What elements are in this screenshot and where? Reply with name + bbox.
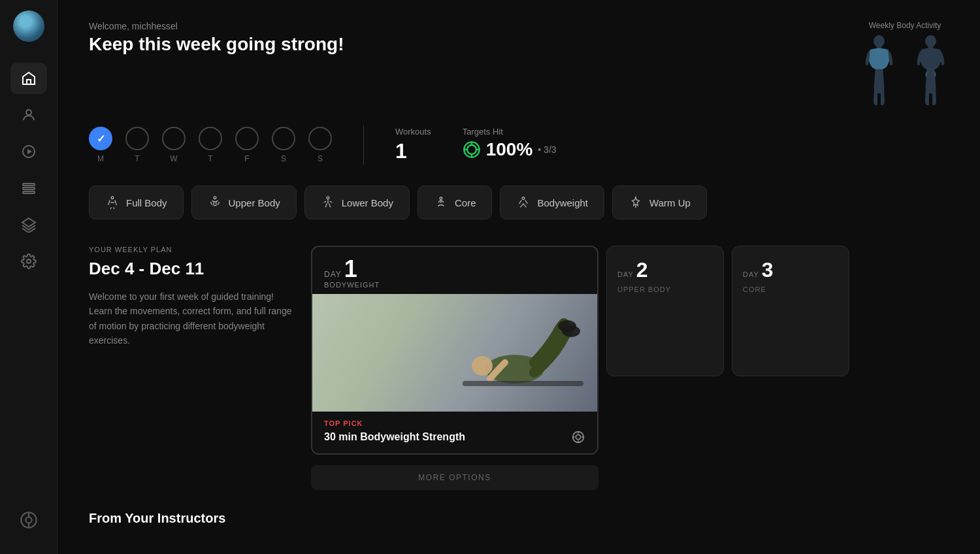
cat-label-bodyweight: Bodyweight [537, 197, 588, 208]
avatar[interactable] [13, 10, 44, 42]
cat-label-lower-body: Lower Body [342, 197, 393, 208]
sidebar-item-profile[interactable] [10, 99, 47, 131]
profile-icon [21, 107, 37, 123]
peloton-logo [16, 507, 42, 533]
sidebar-item-layers[interactable] [10, 209, 47, 240]
svg-point-31 [576, 434, 580, 439]
svg-rect-29 [463, 381, 583, 386]
svg-rect-4 [23, 184, 35, 186]
day1-header: DAY 1 [312, 247, 597, 281]
sidebar-item-home[interactable] [10, 63, 47, 94]
plan-section: YOUR WEEKLY PLAN Dec 4 - Dec 11 Welcome … [89, 246, 949, 490]
cat-btn-full-body[interactable]: Full Body [89, 186, 184, 220]
svg-point-22 [327, 197, 329, 199]
header-left: Welcome, michhessel Keep this week going… [89, 21, 344, 55]
plan-date-range: Dec 4 - Dec 11 [89, 259, 298, 279]
target-icon [463, 140, 481, 159]
svg-rect-6 [23, 191, 35, 193]
day1-footer: TOP PICK 30 min Bodyweight Strength [312, 412, 597, 453]
day-thursday[interactable]: T [199, 127, 222, 163]
svg-point-28 [562, 325, 580, 337]
svg-point-21 [214, 197, 216, 199]
day-wednesday[interactable]: W [162, 127, 186, 163]
svg-point-19 [467, 145, 476, 154]
workouts-value: 1 [395, 139, 431, 163]
workout-name: 30 min Bodyweight Strength [324, 430, 585, 444]
weekly-body-activity: Weekly Body Activity [861, 21, 949, 107]
plan-description: Welcome to your first week of guided tra… [89, 289, 298, 348]
cat-btn-core[interactable]: Core [417, 186, 493, 220]
cat-label-full-body: Full Body [126, 197, 167, 208]
plan-info: YOUR WEEKLY PLAN Dec 4 - Dec 11 Welcome … [89, 246, 298, 348]
day-label-monday: M [97, 154, 104, 163]
day-circle-saturday [272, 127, 295, 150]
day-monday[interactable]: M [89, 127, 112, 163]
day-card-1[interactable]: DAY 1 BODYWEIGHT [311, 246, 598, 455]
body-figures [861, 35, 949, 107]
day-tuesday[interactable]: T [125, 127, 149, 163]
welcome-text: Welcome, michhessel [89, 21, 344, 31]
track-icon [571, 430, 585, 444]
targets-label: Targets Hit [463, 127, 557, 137]
targets-percent: 100% [486, 139, 533, 160]
warm-up-icon [629, 195, 643, 210]
stats-divider [363, 125, 364, 165]
day-label-friday: F [244, 154, 249, 163]
day-cards: DAY 1 BODYWEIGHT [311, 246, 949, 490]
instructors-section: From Your Instructors [89, 511, 949, 526]
header: Welcome, michhessel Keep this week going… [89, 21, 949, 107]
day-card-2[interactable]: DAY 2 UPPER BODY [606, 246, 724, 376]
day-friday[interactable]: F [235, 127, 259, 163]
body-figure-front [861, 35, 897, 107]
svg-point-13 [874, 35, 885, 47]
sidebar [0, 0, 57, 554]
day-label-saturday: S [281, 154, 286, 163]
cat-label-warm-up: Warm Up [649, 197, 691, 208]
instructors-title: From Your Instructors [89, 511, 949, 526]
day-label-thursday: T [208, 154, 212, 163]
upper-body-icon [208, 195, 222, 210]
svg-rect-0 [27, 80, 31, 84]
week-stats: M T W T F S S [89, 125, 949, 165]
core-icon [434, 195, 448, 210]
cat-btn-bodyweight[interactable]: Bodyweight [500, 186, 604, 220]
home-icon [21, 71, 37, 86]
more-options-button[interactable]: MORE OPTIONS [311, 465, 598, 490]
day1-image [312, 294, 598, 412]
workouts-stat: Workouts 1 [395, 127, 431, 163]
day-circle-tuesday [125, 127, 149, 150]
exercise-person-svg [443, 297, 587, 412]
cat-btn-warm-up[interactable]: Warm Up [612, 186, 707, 220]
day2-number: 2 [636, 259, 648, 280]
svg-point-10 [25, 517, 31, 523]
bodyweight-icon [516, 195, 531, 210]
day-card-3[interactable]: DAY 3 CORE [732, 246, 849, 376]
day-label-tuesday: T [135, 154, 139, 163]
cat-btn-lower-body[interactable]: Lower Body [304, 186, 410, 220]
day-label-sunday: S [318, 154, 323, 163]
day3-header: DAY 3 [743, 259, 838, 280]
stats-group: Workouts 1 Targets Hit 100% • 3/3 [395, 127, 557, 163]
day3-word: DAY [743, 270, 759, 278]
sidebar-bottom [16, 507, 42, 533]
svg-point-26 [472, 356, 493, 376]
cat-label-upper-body: Upper Body [229, 197, 280, 208]
day-circle-thursday [199, 127, 222, 150]
targets-stat: Targets Hit 100% • 3/3 [463, 127, 557, 163]
sidebar-nav [10, 63, 47, 507]
day1-type: BODYWEIGHT [312, 281, 597, 289]
sidebar-item-settings[interactable] [10, 246, 47, 277]
day-saturday[interactable]: S [272, 127, 295, 163]
sidebar-item-library[interactable] [10, 172, 47, 204]
layers-icon [21, 217, 37, 233]
svg-rect-5 [23, 187, 35, 189]
headline: Keep this week going strong! [89, 34, 344, 55]
lower-body-icon [321, 195, 335, 210]
day-sunday[interactable]: S [308, 127, 332, 163]
svg-point-24 [523, 197, 525, 200]
day-circle-friday [235, 127, 259, 150]
cat-btn-upper-body[interactable]: Upper Body [191, 186, 297, 220]
sidebar-item-play[interactable] [10, 136, 47, 167]
svg-point-23 [440, 197, 442, 200]
main-content: Welcome, michhessel Keep this week going… [57, 0, 980, 554]
